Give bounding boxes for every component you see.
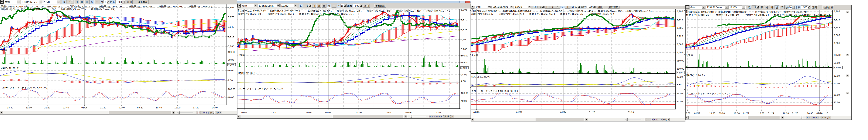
svg-text:8,745: 8,745 (834, 26, 840, 29)
svg-text:16:30: 16:30 (709, 112, 715, 114)
svg-text:日: 日 (75, 1, 78, 4)
svg-text:× 100: × 100 (677, 72, 683, 74)
svg-text:8,905: 8,905 (461, 8, 467, 11)
svg-text:01/21: 01/21 (516, 111, 522, 113)
svg-text:■: ■ (206, 112, 207, 114)
svg-text:12:00: 12:00 (271, 111, 277, 114)
svg-text:■: ■ (438, 115, 439, 117)
svg-text:L: L (213, 112, 214, 114)
svg-text:日: 日 (761, 6, 763, 9)
svg-text:350.00: 350.00 (677, 67, 684, 70)
svg-text:スロー・ストキャスティクス( 14, 3, 80, 20 ): スロー・ストキャスティクス( 14, 3, 80, 20 ) (1, 86, 47, 89)
svg-text:8,870: 8,870 (461, 19, 467, 21)
svg-text:■: ■ (654, 119, 655, 121)
svg-text:100.00: 100.00 (228, 88, 236, 90)
svg-text:D: D (210, 112, 212, 114)
svg-text:D: D (659, 118, 660, 121)
svg-text:適用: 適用 (812, 6, 817, 9)
svg-text:日経225mini: 日経225mini (259, 5, 274, 7)
svg-text:スロー・ストキャスティクス( 14, 3, 80, 20 ): スロー・ストキャスティクス( 14, 3, 80, 20 ) (238, 87, 284, 90)
svg-text:01/24: 01/24 (242, 111, 248, 114)
svg-text:8,800: 8,800 (461, 38, 467, 41)
svg-text:本数: 本数 (347, 5, 352, 7)
svg-text:■: ■ (815, 117, 816, 119)
svg-text:10.00: 10.00 (834, 82, 840, 85)
svg-text:27.50: 27.50 (677, 76, 683, 78)
svg-text:16:30: 16:30 (734, 112, 740, 114)
svg-text:+: + (647, 119, 648, 121)
svg-text:01/26: 01/26 (82, 106, 88, 109)
svg-text:►: ► (656, 119, 658, 121)
svg-text:D: D (820, 116, 821, 119)
svg-text:R: R (447, 115, 449, 117)
svg-text:1: 1 (307, 5, 308, 7)
svg-text:−: − (650, 119, 651, 121)
svg-text:18:40: 18:40 (7, 106, 13, 109)
svg-text:◄: ◄ (806, 117, 808, 119)
svg-text:14:40: 14:40 (212, 106, 218, 109)
svg-text:20:00: 20:00 (306, 111, 312, 114)
svg-text:出来高: 出来高 (686, 54, 693, 56)
svg-text:13:20: 13:20 (193, 106, 199, 109)
svg-text:スロー・ストキャスティクス( 14, 3, 80, 20 ): スロー・ストキャスティクス( 14, 3, 80, 20 ) (471, 90, 518, 92)
svg-text:適用: 適用 (127, 1, 132, 3)
svg-text:足: 足 (748, 6, 751, 9)
svg-text:× 1000: × 1000 (834, 66, 841, 69)
svg-text:12:00: 12:00 (436, 111, 442, 114)
svg-text:Q: Q (665, 118, 667, 121)
svg-text:Q: Q (827, 116, 828, 119)
svg-text:日経225mini 12/03( 5分， 2012/01/2: 日経225mini 12/03( 5分， 2012/01/24 - 2012/0… (1, 5, 212, 8)
svg-text:R: R (663, 118, 665, 121)
svg-text:1: 1 (69, 1, 71, 3)
svg-text:分: 分 (776, 6, 778, 9)
svg-text:12:00: 12:00 (174, 106, 180, 109)
svg-text:8,605: 8,605 (677, 51, 683, 54)
svg-text:►: ► (817, 117, 819, 119)
svg-text:100.00: 100.00 (461, 92, 468, 94)
svg-text:適用: 適用 (364, 5, 369, 7)
svg-text:日経225mini: 日経225mini (22, 1, 37, 3)
svg-text:1.00: 1.00 (228, 79, 233, 82)
svg-text:日経225mini: 日経225mini (707, 6, 722, 8)
svg-text:70.00: 70.00 (228, 59, 234, 61)
svg-text:8,845: 8,845 (228, 26, 234, 28)
svg-text:16: 16 (826, 112, 828, 114)
svg-text:8,765: 8,765 (461, 48, 467, 50)
svg-text:先物: 先物 (5, 1, 10, 3)
svg-text:L: L (822, 116, 824, 119)
svg-text:分: 分 (101, 1, 103, 4)
svg-text:8,875: 8,875 (228, 16, 234, 19)
svg-text:8,665: 8,665 (677, 43, 683, 46)
svg-text:8,905: 8,905 (834, 10, 840, 12)
svg-text:16:30: 16:30 (783, 112, 789, 114)
svg-text:本数: 本数 (795, 6, 800, 9)
svg-text:01/26: 01/26 (405, 111, 411, 114)
svg-text:◄: ◄ (429, 115, 431, 117)
svg-text:−: − (202, 112, 203, 114)
svg-text:40.00: 40.00 (834, 101, 840, 104)
svg-text:01/26: 01/26 (816, 112, 823, 114)
svg-text:4.50: 4.50 (461, 80, 466, 82)
svg-text:01:20: 01:20 (100, 106, 106, 109)
svg-text:移動平均( Close, 5 ) 移動平均( Close,: 移動平均( Close, 5 ) 移動平均( Close, 20 ) 移動平均(… (471, 13, 614, 15)
svg-text:MACD( 12, 26, 9 ): MACD( 12, 26, 9 ) (471, 76, 490, 78)
svg-text:40.00: 40.00 (228, 96, 234, 99)
svg-text:8,785: 8,785 (228, 45, 234, 48)
svg-text:Q: Q (217, 112, 219, 114)
svg-text:15: 15 (341, 5, 343, 7)
svg-text:33.00: 33.00 (834, 75, 840, 77)
svg-text:週: 週 (81, 1, 83, 4)
svg-text:95.00: 95.00 (677, 92, 683, 95)
svg-text:01/25: 01/25 (589, 111, 595, 113)
svg-text:09:20: 09:20 (137, 106, 143, 109)
svg-text:分: 分 (786, 6, 789, 9)
svg-text:50.00: 50.00 (834, 62, 840, 64)
svg-text:出来高: 出来高 (471, 54, 478, 57)
svg-text:12:00: 12:00 (355, 111, 362, 114)
svg-text:01/20: 01/20 (719, 112, 725, 114)
svg-text:L: L (445, 115, 446, 117)
svg-text:12/03: 12/03 (281, 5, 288, 7)
svg-text:16:30: 16:30 (684, 112, 690, 114)
svg-text:500: 500 (118, 1, 122, 3)
svg-text:週: 週 (318, 5, 320, 7)
